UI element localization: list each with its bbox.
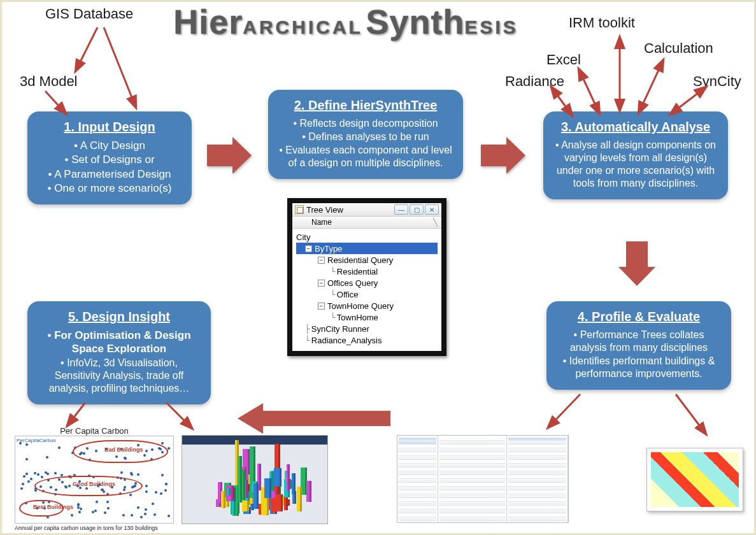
svg-marker-1 (481, 137, 525, 174)
arrow-step2-to-step3 (481, 137, 525, 174)
svg-line-18 (166, 403, 192, 428)
box1-item: Set of Designs or (38, 153, 182, 166)
arrow-excel (575, 66, 607, 122)
tree-node-radiance-analysis[interactable]: └Radiance_Analysis (296, 334, 438, 346)
arrow-syncity (664, 83, 715, 124)
tree-node-office[interactable]: └Office (296, 289, 438, 300)
diagram-title: HierARCHICAL SynthESIS (168, 2, 524, 41)
box3-item: Analyse all design components on varying… (553, 139, 718, 190)
label-calculation: Calculation (644, 40, 713, 57)
arrow-3dmodel-to-box1 (40, 91, 78, 125)
title-esis: ESIS (464, 17, 518, 38)
svg-marker-2 (618, 241, 655, 286)
tree-node-residential[interactable]: └Residential (296, 266, 438, 277)
box-design-insight: 5. Design Insight • For Optimisation & D… (27, 301, 211, 404)
box1-item: A City Design (38, 139, 182, 152)
svg-line-14 (671, 87, 706, 114)
arrow-irm (612, 34, 631, 119)
arrow-box4-to-map (671, 390, 715, 444)
label-gis-database: GIS Database (45, 6, 133, 22)
title-hier: Hier (173, 3, 243, 41)
svg-line-16 (676, 394, 706, 434)
scatter-title: Per Capita Carbon (15, 426, 174, 436)
spreadsheet-thumb (397, 435, 569, 523)
box4-item: Identifies performant buildings & perfor… (557, 355, 721, 380)
tree-node-bytype[interactable]: −ByType (296, 243, 438, 254)
box-define-hiersynthtree: 2. Define HierSynthTree Reflects design … (268, 90, 463, 179)
box4-header: 4. Profile & Evaluate (557, 309, 721, 325)
tree-node-offices-query[interactable]: −Offices Query (296, 277, 438, 289)
ring-good: Good Buildings (73, 481, 115, 487)
box5-item: InfoViz, 3d Visualisation, Sensitivity A… (38, 357, 201, 395)
svg-marker-3 (238, 403, 390, 434)
box4-item: Performance Trees collates analysis from… (557, 329, 721, 354)
svg-marker-0 (207, 137, 252, 174)
treeview-window: Tree View — ▢ ✕ Name╲ City −ByType −Resi… (287, 198, 446, 356)
scatter-xlabel: Annual per capita carbon usage in tons f… (15, 525, 174, 531)
arrow-step4-to-step5 (238, 403, 390, 436)
title-archical: ARCHICAL (243, 17, 363, 38)
svg-line-10 (552, 87, 572, 115)
window-minimize-button[interactable]: — (394, 204, 408, 215)
window-close-button[interactable]: ✕ (425, 204, 439, 215)
box2-header: 2. Define HierSynthTree (278, 97, 453, 113)
box-auto-analyse: 3. Automatically Analyse Analyse all des… (543, 111, 728, 199)
label-irm-toolkit: IRM toolkit (569, 15, 635, 31)
treeview-column-name: Name (311, 218, 332, 227)
tree-node-residential-query[interactable]: −Residential Query (296, 254, 438, 266)
window-icon (295, 205, 304, 214)
treeview-title: Tree View (306, 205, 343, 215)
title-synth: Synth (366, 3, 464, 41)
label-3d-model: 3d Model (20, 73, 78, 90)
svg-line-11 (579, 69, 599, 113)
box2-item: Defines analyses to be run (278, 131, 453, 143)
collapse-icon[interactable]: − (318, 257, 325, 264)
window-maximize-button[interactable]: ▢ (410, 204, 424, 215)
tree-node-townhome-query[interactable]: −TownHome Query (296, 300, 438, 311)
map-thumb (646, 448, 743, 511)
svg-line-17 (68, 403, 85, 425)
ring-best: Best Buildings (33, 504, 73, 510)
collapse-icon[interactable]: − (305, 245, 312, 252)
arrow-gis-to-box1 (97, 27, 155, 119)
treeview-titlebar: Tree View — ▢ ✕ (292, 203, 441, 217)
arrow-radiance (546, 83, 578, 124)
box2-item: Reflects design decomposition (278, 117, 453, 130)
tree-node-city[interactable]: City (296, 231, 438, 243)
city-3d-viz (182, 435, 328, 524)
tree-node-syncity-runner[interactable]: ├SynCity Runner (296, 323, 438, 334)
treeview-body[interactable]: City −ByType −Residential Query └Residen… (292, 229, 441, 351)
box1-item: One or more scenario(s) (38, 182, 182, 195)
ring-bad: Bad Buildings (104, 446, 143, 453)
box5-header: 5. Design Insight (38, 309, 201, 325)
svg-line-15 (548, 394, 580, 427)
arrow-step3-to-step4 (618, 241, 655, 289)
collapse-icon[interactable]: − (318, 303, 325, 310)
svg-line-13 (639, 61, 663, 113)
arrow-step1-to-step2 (207, 137, 252, 174)
arrow-box4-to-spreadsheet (543, 390, 588, 438)
svg-line-7 (45, 91, 66, 113)
scatter-chart: Per Capita Carbon PerCapitaCarbon Bad Bu… (15, 426, 174, 531)
box5-sub: • For Optimisation & Design Space Explor… (38, 329, 201, 356)
box2-item: Evaluates each component and level of a … (278, 144, 453, 169)
box1-item: A Parameterised Design (38, 168, 182, 181)
svg-line-5 (76, 27, 97, 71)
collapse-icon[interactable]: − (318, 280, 325, 287)
svg-line-6 (104, 27, 136, 107)
tree-node-townhome[interactable]: └TownHome (296, 311, 438, 323)
box-profile-evaluate: 4. Profile & Evaluate Performance Trees … (546, 301, 731, 390)
